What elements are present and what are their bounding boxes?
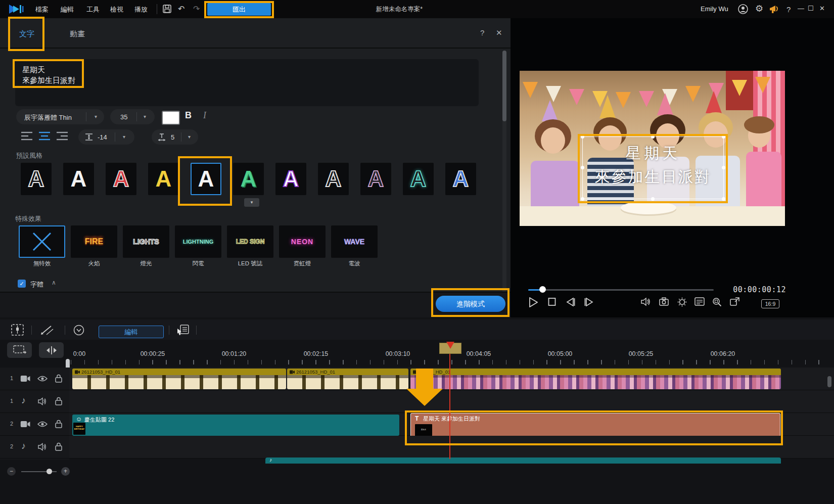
italic-button[interactable]: I [203, 110, 206, 121]
advanced-mode-button[interactable]: 進階模式 [436, 296, 505, 312]
context-menu-cursor-icon[interactable] [177, 325, 189, 336]
text-content-input[interactable]: 星期天 來參加生日派對 [15, 59, 479, 106]
selection-handle[interactable] [651, 135, 655, 139]
minimize-button[interactable]: — [798, 5, 804, 12]
account-avatar-icon[interactable] [738, 4, 748, 14]
volume-icon[interactable] [641, 297, 651, 306]
previous-frame-button[interactable] [566, 297, 575, 307]
settings-gear-icon[interactable]: ⚙ [755, 4, 763, 14]
selection-handle[interactable] [581, 166, 584, 169]
preview-video[interactable]: 星期天 來參加生日派對 [520, 71, 785, 226]
maximize-button[interactable]: ☐ [808, 5, 814, 12]
save-icon[interactable] [163, 5, 171, 13]
selection-handle[interactable] [581, 197, 584, 201]
timeline-vertical-scrollbar[interactable] [827, 376, 831, 387]
preset-style-blue-gradient[interactable]: A [445, 163, 476, 195]
preset-style-cyan-glow[interactable]: A [403, 163, 434, 195]
help-icon[interactable]: ? [786, 5, 791, 15]
font-group-checkbox[interactable]: ✓ [18, 280, 26, 288]
align-center-icon[interactable] [39, 131, 50, 141]
preset-style-selected[interactable]: A [191, 163, 221, 195]
aspect-ratio-badge[interactable]: 16:9 [761, 299, 779, 308]
play-button[interactable] [529, 297, 538, 307]
panel-close-icon[interactable]: ✕ [496, 28, 502, 37]
collapse-chevron-icon[interactable]: ∧ [52, 279, 56, 286]
user-name[interactable]: Emily Wu [701, 5, 728, 13]
tab-text[interactable]: 文字 [19, 29, 34, 39]
track-visibility-eye-icon[interactable] [37, 375, 48, 382]
preset-style-red[interactable]: A [106, 163, 136, 195]
menu-view[interactable]: 檢視 [110, 5, 123, 14]
preset-style-white[interactable]: A [63, 163, 94, 195]
text-overlay-selection[interactable]: 星期天 來參加生日派對 [582, 136, 724, 199]
timeline-zoom-out-button[interactable]: − [7, 467, 16, 476]
undo-icon[interactable]: ↶ [178, 4, 184, 14]
sticker-clip[interactable]: ☺ 慶生貼圖 22 HAPPY BIRTHDAY [72, 415, 399, 436]
menu-play[interactable]: 播放 [134, 5, 148, 14]
preset-style-yellow[interactable]: A [148, 163, 179, 195]
preset-expand-button[interactable]: ▾ [244, 198, 259, 207]
menu-file[interactable]: 檔案 [35, 5, 49, 14]
timeline-zoom-handle[interactable] [47, 469, 52, 474]
video-clip[interactable]: 26121053_HD_01 [287, 369, 408, 389]
zoom-preview-icon[interactable] [712, 297, 722, 307]
record-timer-icon[interactable] [73, 325, 84, 336]
track-visibility-eye-icon[interactable] [37, 421, 48, 428]
font-family-select[interactable]: 辰宇落雁體 Thin ▾ [16, 109, 104, 124]
track-mute-speaker-icon[interactable] [38, 443, 47, 451]
selection-handle[interactable] [722, 197, 725, 201]
export-button[interactable]: 匯出 [207, 3, 271, 16]
selection-handle[interactable] [722, 166, 725, 169]
align-right-icon[interactable] [57, 131, 68, 141]
next-frame-button[interactable] [584, 297, 593, 307]
effect-neon[interactable]: NEON [279, 225, 326, 258]
selection-handle[interactable] [722, 135, 725, 139]
font-size-select[interactable]: 35 ▾ [110, 109, 155, 124]
font-color-swatch[interactable] [162, 111, 180, 125]
marker-list-icon[interactable] [694, 297, 705, 306]
panel-scrollbar[interactable] [502, 51, 506, 306]
add-track-button[interactable] [7, 342, 32, 358]
seek-bar[interactable] [528, 289, 714, 291]
playhead-line[interactable] [449, 343, 450, 459]
preset-style-purple-outline[interactable]: A [275, 163, 306, 195]
razor-tool-icon[interactable] [40, 325, 54, 335]
close-window-button[interactable]: ✕ [819, 5, 825, 12]
track-lock-icon[interactable] [55, 442, 62, 451]
music-clip-partial[interactable]: ♪ [265, 457, 781, 464]
menu-edit[interactable]: 編輯 [61, 5, 74, 14]
track-lock-icon[interactable] [55, 420, 62, 428]
track-lock-icon[interactable] [55, 397, 62, 405]
seek-bar-handle[interactable] [539, 286, 546, 293]
detach-window-icon[interactable] [730, 297, 739, 306]
line-spacing-control[interactable]: -14 ▾ [78, 129, 134, 145]
menu-tools[interactable]: 工具 [86, 5, 100, 14]
preset-style-pink-outline[interactable]: A [360, 163, 391, 195]
selection-handle[interactable] [581, 135, 584, 139]
track-lock-icon[interactable] [55, 374, 62, 383]
preset-style-white-outline[interactable]: A [318, 163, 349, 195]
track-mute-speaker-icon[interactable] [38, 397, 47, 405]
effect-lights[interactable]: LIGHTS [123, 225, 169, 258]
effect-led-sign[interactable]: LED SIGN [227, 225, 273, 258]
timeline-edit-button[interactable]: 編輯 [99, 326, 164, 338]
effect-fire[interactable]: FIRE [71, 225, 117, 258]
video-clip[interactable]: 13926_HD_01 [410, 369, 781, 389]
effect-lightning[interactable]: LIGHTNING [175, 225, 221, 258]
preset-style-green[interactable]: A [233, 163, 264, 195]
video-clip[interactable]: 26121053_HD_01 [72, 369, 286, 389]
effect-wave[interactable]: WAVE [331, 225, 378, 258]
timeline-zoom-in-button[interactable]: + [61, 467, 70, 476]
bold-button[interactable]: B [185, 110, 192, 121]
track-manager-icon[interactable] [11, 324, 24, 336]
letter-spacing-control[interactable]: 5 ▾ [152, 129, 198, 145]
panel-help-icon[interactable]: ? [480, 28, 484, 37]
snapshot-camera-icon[interactable] [659, 297, 669, 306]
promotion-megaphone-icon[interactable] [769, 5, 780, 14]
selection-handle[interactable] [651, 197, 655, 201]
align-left-icon[interactable] [21, 131, 32, 141]
effect-none[interactable] [19, 225, 65, 258]
playhead-pin[interactable] [446, 342, 454, 349]
redo-icon[interactable]: ↷ [193, 4, 200, 14]
split-clip-button[interactable] [39, 342, 64, 358]
